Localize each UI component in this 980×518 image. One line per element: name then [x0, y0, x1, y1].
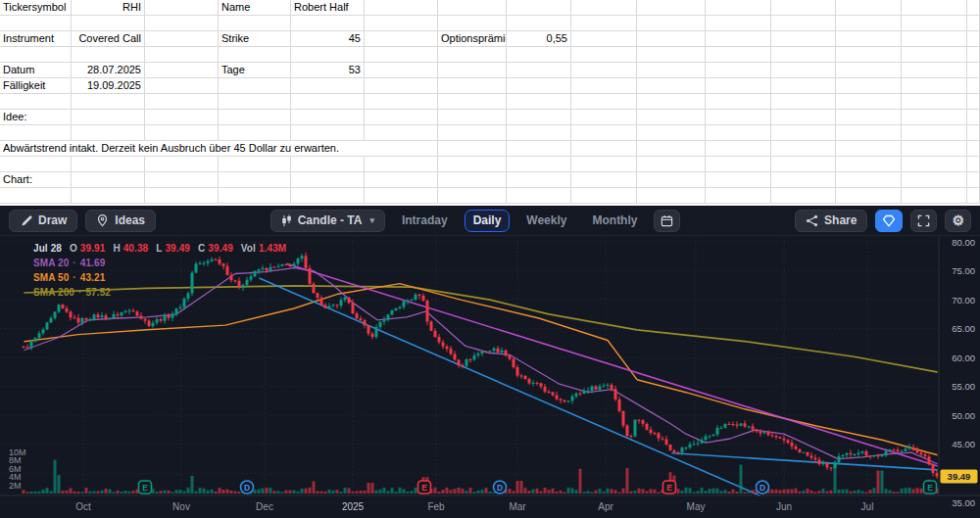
- sheet-cell[interactable]: [571, 47, 637, 63]
- sheet-cell[interactable]: [219, 110, 291, 125]
- sheet-cell[interactable]: [771, 172, 836, 188]
- interval-monthly[interactable]: Monthly: [583, 210, 646, 232]
- sheet-cell[interactable]: [507, 63, 571, 78]
- sheet-cell[interactable]: RHI: [72, 0, 145, 16]
- sheet-cell[interactable]: [219, 94, 291, 110]
- sheet-cell[interactable]: [637, 94, 706, 110]
- sheet-cell[interactable]: [967, 78, 980, 94]
- sheet-cell[interactable]: [365, 110, 438, 125]
- sheet-cell[interactable]: [291, 94, 365, 110]
- sheet-cell[interactable]: [72, 125, 145, 141]
- sheet-cell[interactable]: [706, 47, 771, 63]
- earnings-marker[interactable]: E: [663, 481, 676, 494]
- sheet-cell[interactable]: [706, 31, 771, 47]
- sheet-cell[interactable]: [571, 110, 637, 125]
- sheet-cell[interactable]: [771, 125, 836, 141]
- sheet-cell[interactable]: [145, 78, 219, 94]
- sheet-cell[interactable]: [507, 188, 571, 204]
- sheet-cell[interactable]: [507, 78, 571, 94]
- sheet-cell[interactable]: Tage: [219, 63, 291, 78]
- sheet-cell[interactable]: [967, 141, 980, 157]
- sheet-cell[interactable]: [771, 63, 836, 78]
- sheet-cell[interactable]: [72, 16, 145, 31]
- sheet-cell[interactable]: [836, 157, 902, 172]
- sheet-cell[interactable]: [438, 125, 507, 141]
- sheet-cell[interactable]: [706, 110, 771, 125]
- dividend-marker[interactable]: D: [241, 481, 254, 494]
- sheet-cell[interactable]: [967, 47, 980, 63]
- sheet-cell[interactable]: [145, 63, 219, 78]
- fullscreen-button[interactable]: [910, 210, 937, 232]
- share-button[interactable]: Share: [795, 210, 867, 232]
- sheet-cell[interactable]: [438, 0, 507, 16]
- sheet-cell[interactable]: [0, 188, 72, 204]
- sheet-cell[interactable]: [836, 63, 902, 78]
- sheet-cell[interactable]: [637, 141, 706, 157]
- sheet-cell[interactable]: [967, 157, 980, 172]
- sheet-cell[interactable]: [438, 47, 507, 63]
- sheet-cell[interactable]: [291, 47, 365, 63]
- sheet-cell[interactable]: [706, 16, 771, 31]
- sheet-cell[interactable]: [0, 94, 72, 110]
- sheet-cell[interactable]: [637, 31, 706, 47]
- sheet-cell[interactable]: [507, 94, 571, 110]
- sheet-cell[interactable]: Instrument: [0, 31, 72, 47]
- sheet-cell[interactable]: [571, 31, 637, 47]
- sheet-cell[interactable]: [365, 188, 438, 204]
- sheet-cell[interactable]: [836, 125, 902, 141]
- sheet-cell[interactable]: [0, 47, 72, 63]
- sheet-cell[interactable]: [637, 157, 706, 172]
- sheet-cell[interactable]: [771, 47, 836, 63]
- settings-button[interactable]: ⚙: [945, 210, 971, 232]
- sheet-cell[interactable]: [438, 94, 507, 110]
- sheet-cell[interactable]: [771, 110, 836, 125]
- sheet-cell[interactable]: [967, 110, 980, 125]
- sheet-cell[interactable]: [145, 31, 219, 47]
- sheet-cell[interactable]: [507, 0, 571, 16]
- sheet-cell[interactable]: [72, 94, 145, 110]
- sheet-cell[interactable]: [0, 157, 72, 172]
- sheet-cell[interactable]: [706, 172, 771, 188]
- sheet-cell[interactable]: [706, 78, 771, 94]
- sheet-cell[interactable]: [836, 141, 902, 157]
- sheet-cell[interactable]: Chart:: [0, 172, 72, 188]
- sheet-cell[interactable]: [507, 125, 571, 141]
- sheet-cell[interactable]: [571, 63, 637, 78]
- sheet-cell[interactable]: [836, 16, 902, 31]
- interval-weekly[interactable]: Weekly: [517, 210, 575, 232]
- sheet-cell[interactable]: [771, 141, 836, 157]
- sheet-cell[interactable]: 45: [291, 31, 365, 47]
- sheet-cell[interactable]: [902, 157, 967, 172]
- sheet-cell[interactable]: [219, 125, 291, 141]
- sheet-cell[interactable]: [291, 157, 365, 172]
- sheet-cell[interactable]: [836, 47, 902, 63]
- sheet-cell[interactable]: [902, 16, 967, 31]
- sheet-cell[interactable]: [145, 47, 219, 63]
- sheet-cell[interactable]: [902, 63, 967, 78]
- sheet-cell[interactable]: Covered Call: [72, 31, 145, 47]
- sheet-cell[interactable]: [902, 94, 967, 110]
- sheet-cell[interactable]: [145, 157, 219, 172]
- sheet-cell[interactable]: [145, 125, 219, 141]
- sheet-cell[interactable]: [902, 78, 967, 94]
- sheet-cell[interactable]: [145, 94, 219, 110]
- sheet-cell[interactable]: [291, 16, 365, 31]
- sheet-cell[interactable]: [438, 157, 507, 172]
- sheet-cell[interactable]: [0, 16, 72, 31]
- sheet-cell[interactable]: 0,55: [507, 31, 571, 47]
- sheet-cell[interactable]: [637, 188, 706, 204]
- sheet-cell[interactable]: [145, 110, 219, 125]
- sheet-cell[interactable]: [365, 63, 438, 78]
- sheet-cell[interactable]: [365, 47, 438, 63]
- premium-gem-button[interactable]: [875, 210, 903, 232]
- sheet-cell[interactable]: [836, 172, 902, 188]
- sheet-cell[interactable]: [902, 47, 967, 63]
- sheet-cell[interactable]: 19.09.2025: [72, 78, 145, 94]
- sheet-cell[interactable]: [438, 141, 507, 157]
- sheet-cell[interactable]: [836, 0, 902, 16]
- sheet-cell[interactable]: [771, 94, 836, 110]
- earnings-marker[interactable]: E: [139, 481, 152, 494]
- sheet-cell[interactable]: [219, 16, 291, 31]
- sheet-cell[interactable]: [706, 141, 771, 157]
- sheet-cell[interactable]: [902, 141, 967, 157]
